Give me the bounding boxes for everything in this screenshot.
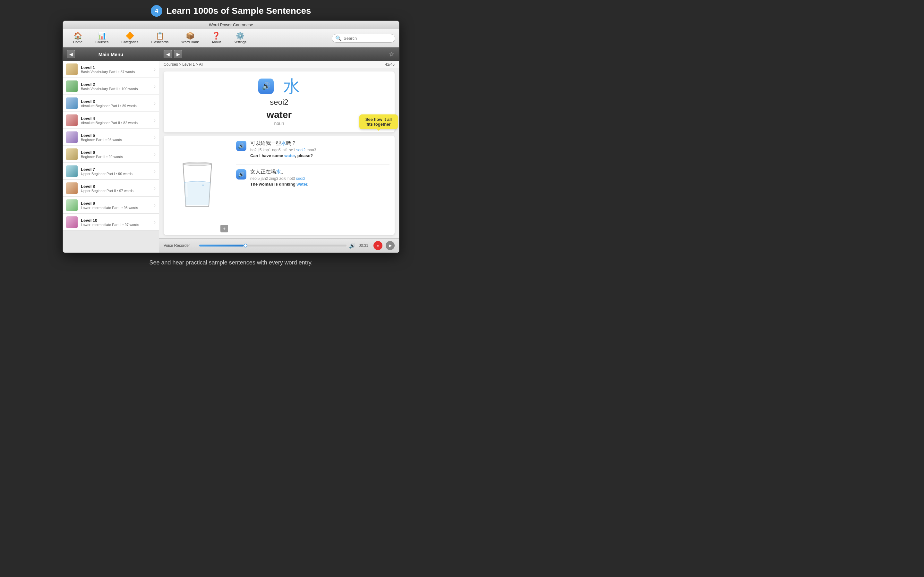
level-3-chevron-icon: › bbox=[154, 101, 156, 106]
level-4-chevron-icon: › bbox=[154, 118, 156, 123]
sentence-2-romanized-pre: neoi5 jan2 zing3 zoi6 hot3 bbox=[250, 176, 296, 181]
level-7-thumbnail bbox=[66, 165, 78, 177]
level-8-chevron-icon: › bbox=[154, 185, 156, 191]
recorder-label: Voice Recorder bbox=[164, 243, 192, 248]
level-7-desc: Upper Beginner Part I • 90 words bbox=[81, 172, 151, 176]
level-item-9[interactable]: Level 9 Lower Intermediate Part I • 98 w… bbox=[63, 197, 159, 214]
toolbar-about[interactable]: ❓ About bbox=[205, 31, 228, 45]
level-item-2[interactable]: Level 2 Basic Vocabulary Part II • 100 w… bbox=[63, 78, 159, 95]
sentence-1-chinese: 可以給我一些水嗎？ bbox=[250, 140, 317, 147]
voice-recorder: Voice Recorder 🔊 00:31 ● ▶ bbox=[159, 238, 399, 253]
toolbar-flashcards[interactable]: 📋 Flashcards bbox=[145, 31, 175, 45]
level-1-name: Level 1 bbox=[81, 65, 151, 70]
svg-point-1 bbox=[202, 184, 204, 186]
sentence-2-english-highlight: water bbox=[296, 182, 307, 187]
next-card-button[interactable]: ▶ bbox=[174, 50, 182, 58]
level-5-chevron-icon: › bbox=[154, 135, 156, 140]
prev-card-button[interactable]: ◀ bbox=[164, 50, 172, 58]
sentence-1-content: 可以給我一些水嗎？ ho2 ji5 kap1 ngo5 jat1 se1 seo… bbox=[250, 140, 317, 158]
breadcrumb: Courses > Level 1 > All bbox=[164, 62, 203, 67]
tooltip-bubble: See how it all fits together bbox=[359, 114, 398, 129]
categories-icon: 🔶 bbox=[126, 32, 134, 39]
level-3-name: Level 3 bbox=[81, 99, 151, 104]
toolbar-wordbank[interactable]: 📦 Word Bank bbox=[175, 31, 205, 45]
sentence-2-romanized-highlight: seoi2 bbox=[296, 176, 305, 181]
favorite-button[interactable]: ☆ bbox=[389, 50, 395, 58]
level-10-info: Level 10 Lower Intermediate Part II • 97… bbox=[81, 218, 151, 227]
level-item-3[interactable]: Level 3 Absolute Beginner Part I • 89 wo… bbox=[63, 95, 159, 112]
breadcrumb-bar: Courses > Level 1 > All 42/46 bbox=[159, 61, 399, 68]
level-5-desc: Beginner Part I • 96 words bbox=[81, 138, 151, 142]
sentences-panel: 🔊 可以給我一些水嗎？ ho2 ji5 kap1 ngo5 jat1 se1 s… bbox=[231, 135, 395, 235]
record-button[interactable]: ● bbox=[373, 241, 383, 250]
search-container[interactable]: 🔍 bbox=[332, 34, 395, 43]
word-card-top: 🔊 水 bbox=[173, 78, 385, 95]
sidebar-back-button[interactable]: ◀ bbox=[67, 50, 75, 58]
search-icon: 🔍 bbox=[335, 35, 342, 41]
sentence-divider bbox=[236, 164, 389, 165]
top-title: Learn 1000s of Sample Sentences bbox=[166, 6, 311, 16]
level-9-thumbnail bbox=[66, 199, 78, 211]
sentence-1-romanized-post: maa3 bbox=[305, 148, 316, 152]
recorder-progress-thumb[interactable] bbox=[244, 243, 247, 247]
level-item-7[interactable]: Level 7 Upper Beginner Part I • 90 words… bbox=[63, 163, 159, 180]
sentence-item-2: 🔊 女人正在喝水。 neoi5 jan2 zing3 zoi6 hot3 seo… bbox=[236, 169, 389, 187]
sidebar-title: Main Menu bbox=[99, 52, 124, 57]
toolbar-categories[interactable]: 🔶 Categories bbox=[115, 31, 145, 45]
toolbar-wordbank-label: Word Bank bbox=[181, 40, 199, 44]
toolbar-settings-label: Settings bbox=[234, 40, 246, 44]
main-nav-header: ◀ ▶ ☆ bbox=[159, 47, 399, 61]
bottom-section: + 🔊 可以給我一些水嗎？ ho2 ji5 kap1 ngo5 jat1 se1… bbox=[164, 135, 395, 235]
level-1-thumbnail bbox=[66, 63, 78, 75]
title-bar: Word Power Cantonese bbox=[63, 21, 399, 29]
toolbar-home-label: Home bbox=[73, 40, 82, 44]
sentence-2-english: The woman is drinking water. bbox=[250, 182, 309, 187]
sentence-2-speaker-button[interactable]: 🔊 bbox=[236, 169, 246, 179]
level-7-info: Level 7 Upper Beginner Part I • 90 words bbox=[81, 167, 151, 176]
search-input[interactable] bbox=[344, 36, 392, 41]
zoom-button[interactable]: + bbox=[220, 225, 228, 232]
level-item-5[interactable]: Level 5 Beginner Part I • 96 words › bbox=[63, 129, 159, 146]
sentence-1-chinese-post: 嗎？ bbox=[286, 140, 296, 146]
word-pos: noun bbox=[173, 121, 385, 126]
level-6-thumbnail bbox=[66, 148, 78, 160]
play-button[interactable]: ▶ bbox=[386, 241, 395, 250]
sentence-2-chinese: 女人正在喝水。 bbox=[250, 169, 309, 175]
level-10-desc: Lower Intermediate Part II • 97 words bbox=[81, 223, 151, 227]
sentence-1-english: Can I have some water, please? bbox=[250, 153, 317, 158]
level-5-thumbnail bbox=[66, 131, 78, 143]
wordbank-icon: 📦 bbox=[186, 32, 194, 39]
level-item-10[interactable]: Level 10 Lower Intermediate Part II • 97… bbox=[63, 214, 159, 231]
level-4-desc: Absolute Beginner Part II • 82 words bbox=[81, 121, 151, 125]
level-6-name: Level 6 bbox=[81, 150, 151, 155]
level-4-thumbnail bbox=[66, 114, 78, 126]
level-item-1[interactable]: Level 1 Basic Vocabulary Part I • 87 wor… bbox=[63, 61, 159, 78]
sentence-1-chinese-highlight: 水 bbox=[281, 140, 286, 146]
level-3-thumbnail bbox=[66, 97, 78, 109]
sound-wave-icon: 🔊 bbox=[349, 243, 355, 249]
romanization: seoi2 bbox=[173, 98, 385, 107]
main-nav-buttons: ◀ ▶ bbox=[164, 50, 182, 58]
recorder-progress-container: 🔊 bbox=[199, 243, 355, 249]
sentence-2-chinese-pre: 女人正在喝 bbox=[250, 169, 276, 174]
toolbar-courses[interactable]: 📊 Courses bbox=[89, 31, 115, 45]
level-6-info: Level 6 Beginner Part II • 99 words bbox=[81, 150, 151, 159]
level-item-4[interactable]: Level 4 Absolute Beginner Part II • 82 w… bbox=[63, 112, 159, 129]
sentence-1-romanized: ho2 ji5 kap1 ngo5 jat1 se1 seoi2 maa3 bbox=[250, 148, 317, 152]
toolbar-home[interactable]: 🏠 Home bbox=[67, 31, 89, 45]
main-content: ◀ ▶ ☆ Courses > Level 1 > All 42/46 🔊 水 … bbox=[159, 47, 399, 253]
level-4-name: Level 4 bbox=[81, 116, 151, 121]
level-1-chevron-icon: › bbox=[154, 67, 156, 72]
level-1-info: Level 1 Basic Vocabulary Part I • 87 wor… bbox=[81, 65, 151, 74]
sentence-2-chinese-post: 。 bbox=[281, 169, 286, 174]
sentence-1-speaker-button[interactable]: 🔊 bbox=[236, 141, 246, 151]
level-item-8[interactable]: Level 8 Upper Beginner Part II • 97 word… bbox=[63, 180, 159, 197]
recorder-progress-bar[interactable] bbox=[199, 245, 347, 247]
word-card: 🔊 水 seoi2 water noun See how it all fits… bbox=[164, 71, 395, 132]
level-2-info: Level 2 Basic Vocabulary Part II • 100 w… bbox=[81, 82, 151, 91]
sidebar-header: ◀ Main Menu bbox=[63, 47, 159, 61]
level-item-6[interactable]: Level 6 Beginner Part II • 99 words › bbox=[63, 146, 159, 163]
word-speaker-button[interactable]: 🔊 bbox=[258, 79, 274, 94]
toolbar-settings[interactable]: ⚙️ Settings bbox=[227, 31, 253, 45]
level-10-name: Level 10 bbox=[81, 218, 151, 223]
